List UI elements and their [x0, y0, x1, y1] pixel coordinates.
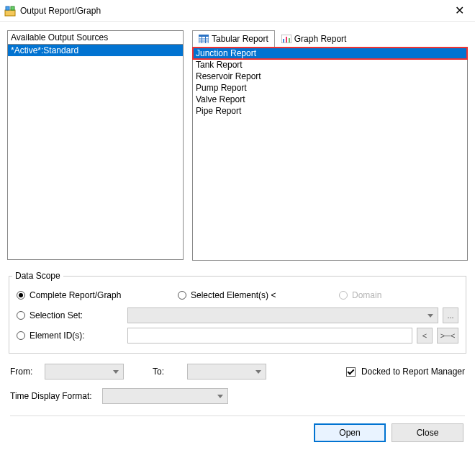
report-list[interactable]: Junction Report Tank Report Reservoir Re… [192, 48, 468, 261]
from-combo[interactable] [45, 364, 124, 380]
next-button[interactable]: >─< [437, 328, 458, 343]
table-icon [199, 35, 209, 43]
report-tabs: Tabular Report Graph Report [192, 30, 468, 48]
time-format-combo[interactable] [102, 388, 228, 404]
tab-label: Tabular Report [212, 34, 268, 44]
list-item[interactable]: Pump Report [193, 82, 467, 94]
radio-label: Domain [352, 290, 381, 300]
radio-element-ids[interactable] [17, 331, 25, 340]
radio-complete-report[interactable] [17, 291, 25, 300]
selection-set-browse-button[interactable]: ... [443, 307, 458, 323]
svg-rect-0 [5, 10, 15, 16]
to-combo[interactable] [187, 364, 266, 380]
close-button[interactable]: Close [392, 423, 463, 442]
title-bar: Output Report/Graph ✕ [0, 0, 475, 22]
time-range-row: From: To: Docked to Report Manager [7, 364, 468, 380]
svg-rect-1 [6, 6, 9, 10]
radio-label: Element ID(s): [30, 331, 123, 341]
list-item[interactable]: Valve Report [193, 94, 467, 105]
tab-label: Graph Report [294, 34, 347, 44]
radio-label: Selected Element(s) < [191, 290, 335, 300]
from-label: From: [10, 367, 39, 377]
svg-rect-11 [286, 37, 287, 42]
radio-label: Complete Report/Graph [30, 290, 173, 300]
app-icon [4, 5, 16, 17]
close-icon[interactable]: ✕ [443, 0, 475, 22]
docked-label: Docked to Report Manager [361, 367, 465, 377]
prev-button[interactable]: < [417, 328, 433, 343]
sources-header: Available Output Sources [7, 30, 184, 44]
radio-selected-elements[interactable] [178, 291, 186, 300]
sources-panel: Available Output Sources *Active*:Standa… [7, 30, 184, 261]
window-title: Output Report/Graph [20, 6, 443, 16]
list-item[interactable]: Tank Report [193, 59, 467, 71]
tab-tabular-report[interactable]: Tabular Report [192, 30, 275, 48]
radio-selection-set[interactable] [17, 311, 25, 320]
list-item[interactable]: Junction Report [193, 48, 467, 59]
docked-checkbox[interactable] [346, 367, 356, 377]
data-scope-group: Data Scope Complete Report/Graph Selecte… [9, 271, 466, 354]
chart-icon [281, 35, 291, 43]
time-format-label: Time Display Format: [10, 391, 96, 401]
sources-list[interactable]: *Active*:Standard [7, 44, 184, 260]
list-item[interactable]: Reservoir Report [193, 71, 467, 82]
to-label: To: [153, 367, 181, 377]
svg-rect-4 [199, 35, 209, 37]
selection-set-combo[interactable] [127, 307, 438, 323]
svg-rect-10 [283, 39, 284, 42]
open-button[interactable]: Open [314, 423, 386, 442]
radio-label: Selection Set: [30, 310, 123, 320]
tab-graph-report[interactable]: Graph Report [275, 30, 353, 47]
svg-rect-2 [11, 6, 14, 10]
time-format-row: Time Display Format: [7, 388, 468, 404]
data-scope-legend: Data Scope [12, 271, 63, 281]
list-item[interactable]: Pipe Report [193, 105, 467, 117]
dialog-buttons: Open Close [7, 423, 468, 448]
element-ids-input[interactable] [127, 328, 412, 343]
separator [10, 416, 465, 416]
list-item[interactable]: *Active*:Standard [8, 45, 183, 56]
svg-rect-12 [289, 38, 290, 42]
reports-panel: Tabular Report Graph Report Junct [192, 30, 468, 261]
radio-domain [339, 291, 348, 300]
